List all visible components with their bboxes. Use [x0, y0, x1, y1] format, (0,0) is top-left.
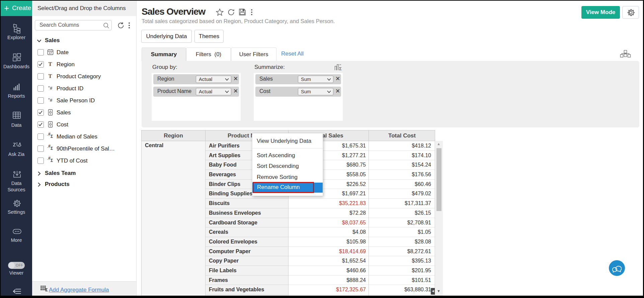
svg-text:Σ: Σ — [45, 287, 48, 292]
svg-text:Σ: Σ — [339, 66, 342, 71]
svg-text:17: 17 — [49, 52, 52, 55]
